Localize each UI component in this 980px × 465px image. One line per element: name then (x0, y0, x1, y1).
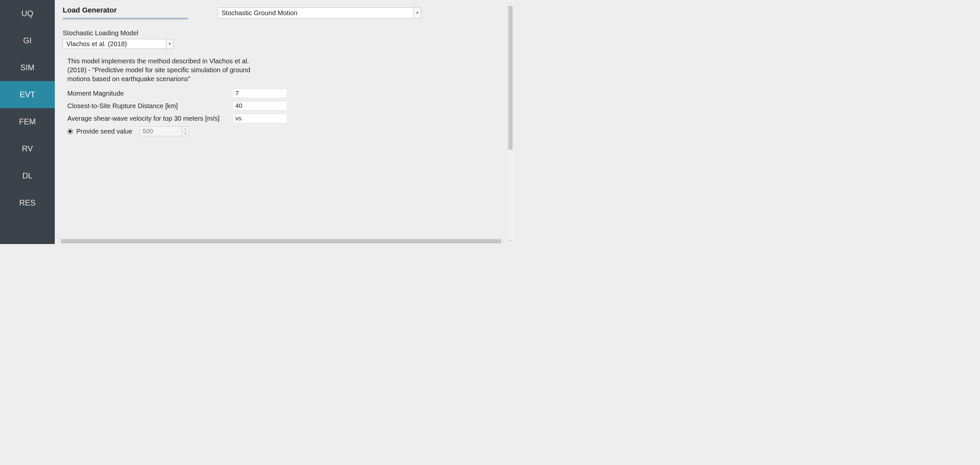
model-description: This model implements the method describ… (67, 57, 252, 83)
page-title: Load Generator (63, 6, 188, 14)
input-moment-magnitude[interactable] (232, 89, 287, 98)
hscroll-track[interactable] (61, 238, 501, 244)
radio-checked-icon (68, 130, 72, 133)
app-root: UQ GI SIM EVT FEM RV DL RES Load Generat… (0, 0, 513, 244)
sidebar: UQ GI SIM EVT FEM RV DL RES (0, 0, 55, 244)
chevron-down-icon: ▼ (166, 39, 173, 49)
stochastic-model-select[interactable]: Vlachos et al. (2018) ▼ (63, 39, 173, 49)
sidebar-item-uq[interactable]: UQ (0, 0, 55, 27)
main-wrapper: Load Generator Stochastic Ground Motion … (55, 0, 513, 244)
title-underline (63, 18, 188, 19)
stochastic-model-selected: Vlachos et al. (2018) (63, 40, 127, 48)
vscroll-track[interactable] (508, 6, 513, 238)
horizontal-scrollbar[interactable]: 〈 〉 (55, 238, 508, 244)
main-content: Load Generator Stochastic Ground Motion … (55, 0, 508, 244)
seed-radio[interactable] (67, 129, 73, 134)
vertical-scrollbar[interactable]: ︿ ﹀ (508, 0, 513, 244)
sidebar-item-dl[interactable]: DL (0, 162, 55, 189)
sidebar-item-res[interactable]: RES (0, 189, 55, 216)
spinner-buttons: ▲ ▼ (181, 127, 189, 136)
header-row: Load Generator Stochastic Ground Motion … (63, 6, 500, 19)
title-block: Load Generator (63, 6, 188, 19)
sidebar-item-rv[interactable]: RV (0, 135, 55, 162)
input-shear-velocity[interactable] (232, 114, 287, 123)
input-rupture-distance[interactable] (232, 101, 287, 111)
sidebar-item-evt[interactable]: EVT (0, 81, 55, 108)
spinner-down-icon[interactable]: ▼ (182, 132, 189, 136)
label-moment-magnitude: Moment Magnitude (67, 90, 232, 97)
load-generator-selected: Stochastic Ground Motion (218, 9, 298, 17)
sidebar-item-gi[interactable]: GI (0, 27, 55, 54)
row-seed: Provide seed value ▲ ▼ (67, 126, 500, 136)
scroll-left-icon[interactable]: 〈 (55, 238, 61, 244)
scroll-down-icon[interactable]: ﹀ (508, 238, 513, 244)
scroll-up-icon[interactable]: ︿ (508, 0, 513, 6)
label-shear-velocity: Average shear-wave velocity for top 30 m… (67, 115, 232, 122)
scroll-right-icon[interactable]: 〉 (501, 238, 508, 244)
row-shear-velocity: Average shear-wave velocity for top 30 m… (67, 114, 500, 123)
row-rupture-distance: Closest-to-Site Rupture Distance [km] (67, 101, 500, 111)
load-generator-select[interactable]: Stochastic Ground Motion ▼ (218, 7, 421, 19)
label-rupture-distance: Closest-to-Site Rupture Distance [km] (67, 102, 232, 110)
vscroll-thumb[interactable] (508, 6, 512, 150)
seed-spinner: ▲ ▼ (140, 126, 189, 136)
form-body: This model implements the method describ… (63, 57, 500, 136)
stochastic-model-label: Stochastic Loading Model (63, 29, 500, 37)
spinner-up-icon[interactable]: ▲ (182, 127, 189, 132)
chevron-down-icon: ▼ (414, 8, 421, 18)
hscroll-thumb[interactable] (61, 239, 501, 243)
input-seed-value[interactable] (140, 127, 181, 136)
label-seed: Provide seed value (76, 128, 132, 135)
row-moment-magnitude: Moment Magnitude (67, 89, 500, 98)
sidebar-item-fem[interactable]: FEM (0, 108, 55, 135)
sidebar-item-sim[interactable]: SIM (0, 54, 55, 81)
